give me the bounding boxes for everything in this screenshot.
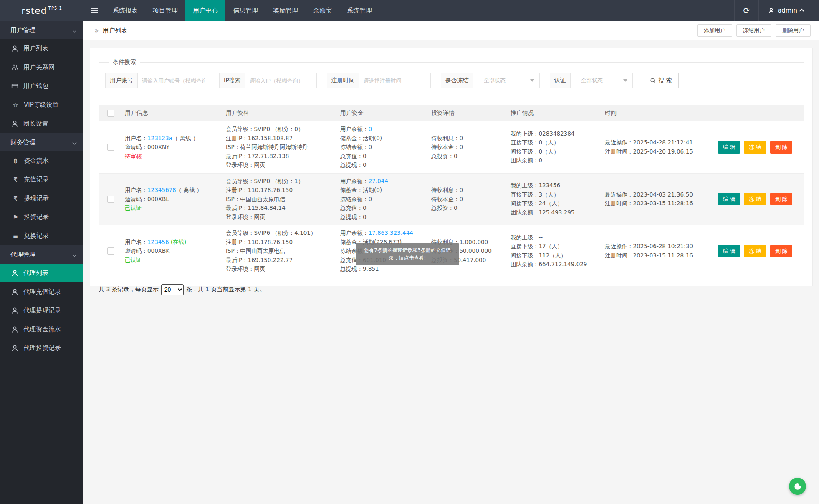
edit-button[interactable]: 编 辑 bbox=[718, 245, 741, 257]
tab-reward-management[interactable]: 奖励管理 bbox=[265, 0, 306, 21]
verify-status: 待审核 bbox=[125, 152, 220, 161]
sidebar-item-agent-list[interactable]: 代理列表 bbox=[0, 264, 83, 282]
baht-icon: ฿ bbox=[11, 157, 20, 165]
freeze-button[interactable]: 冻 结 bbox=[744, 141, 766, 154]
sidebar-item-agent-invest-records[interactable]: 代理投资记录 bbox=[0, 339, 83, 358]
tab-system-report[interactable]: 系统报表 bbox=[105, 0, 145, 21]
sidebar-item-leader-settings[interactable]: 团长设置 bbox=[0, 114, 83, 133]
edit-button[interactable]: 编 辑 bbox=[718, 193, 741, 205]
sidebar-section-user-management[interactable]: 用户管理 bbox=[0, 21, 83, 39]
search-group-auth: 认证 -- 全部状态 -- bbox=[550, 73, 633, 88]
navbar-right: ⟳ admin bbox=[734, 0, 819, 21]
person-icon bbox=[768, 8, 774, 14]
sidebar-item-invest-records[interactable]: ⚑ 投资记录 bbox=[0, 208, 83, 227]
delete-button[interactable]: 删 除 bbox=[770, 193, 793, 205]
sidebar-item-label: 用户列表 bbox=[23, 45, 48, 53]
table-row: 用户名：123123a（ 离线 ） 邀请码：000XNY 待审核 会员等级：SV… bbox=[99, 121, 804, 173]
delete-button[interactable]: 删 除 bbox=[770, 245, 793, 257]
main-content: » 用户列表 添加用户 冻结用户 删除用户 条件搜索 用户账号 IP搜索 注册时… bbox=[83, 21, 819, 504]
delete-button[interactable]: 删 除 bbox=[770, 141, 793, 154]
tab-system-management[interactable]: 系统管理 bbox=[339, 0, 379, 21]
row-checkbox[interactable] bbox=[107, 144, 114, 151]
sidebar-item-label: 用户关系网 bbox=[23, 63, 55, 71]
row-checkbox[interactable] bbox=[107, 247, 114, 255]
sidebar-item-label: 充值记录 bbox=[24, 176, 49, 184]
regtime-label: 注册时间 bbox=[327, 73, 359, 88]
regtime-input[interactable] bbox=[359, 73, 431, 88]
edit-button[interactable]: 编 辑 bbox=[718, 141, 741, 154]
auth-select[interactable]: -- 全部状态 -- bbox=[570, 73, 633, 88]
username-link[interactable]: 123123a bbox=[147, 135, 172, 141]
top-navbar: rsted TP5.1 系统报表 项目管理 用户中心 信息管理 奖励管理 余额宝… bbox=[0, 0, 819, 21]
freeze-button[interactable]: 冻 结 bbox=[744, 193, 766, 205]
header-user-profile: 用户资料 bbox=[223, 109, 338, 117]
search-button[interactable]: 搜 索 bbox=[643, 73, 679, 88]
section-title: 用户管理 bbox=[10, 26, 35, 34]
logo-text: rsted bbox=[21, 5, 47, 16]
user-profile-cell: 会员等级：SVIP0 （积分：0） 注册IP：162.158.108.87 IS… bbox=[223, 121, 338, 173]
tab-info-management[interactable]: 信息管理 bbox=[225, 0, 265, 21]
refresh-icon: ⟳ bbox=[743, 6, 750, 15]
breadcrumb-bar: » 用户列表 添加用户 冻结用户 删除用户 bbox=[83, 21, 819, 40]
sidebar-item-label: 团长设置 bbox=[23, 120, 48, 128]
freeze-user-button[interactable]: 冻结用户 bbox=[736, 24, 771, 37]
sidebar-item-recharge-records[interactable]: ₹ 充值记录 bbox=[0, 170, 83, 189]
sidebar-item-withdraw-records[interactable]: ₹ 提现记录 bbox=[0, 189, 83, 208]
online-status: （ 离线 ） bbox=[176, 186, 202, 193]
row-actions: 编 辑 冻 结 删 除 bbox=[708, 121, 804, 173]
add-user-button[interactable]: 添加用户 bbox=[697, 24, 732, 37]
admin-menu[interactable]: admin bbox=[758, 0, 819, 21]
username-link[interactable]: 12345678 bbox=[147, 186, 176, 193]
page-title: 用户列表 bbox=[102, 27, 127, 35]
sidebar-item-label: 代理列表 bbox=[23, 269, 48, 277]
invite-code: 000XBL bbox=[147, 196, 169, 202]
tab-user-center[interactable]: 用户中心 bbox=[185, 0, 225, 21]
sidebar-item-vip-settings[interactable]: ☆ VIP等级设置 bbox=[0, 96, 83, 114]
balance-link[interactable]: 27.044 bbox=[369, 178, 388, 184]
sidebar-item-agent-recharge-records[interactable]: 代理充值记录 bbox=[0, 282, 83, 301]
balance-link[interactable]: 0 bbox=[369, 126, 372, 132]
search-group-ip: IP搜索 bbox=[219, 73, 317, 88]
user-profile-cell: 会员等级：SVIP6 （积分：4.101） 注册IP：110.178.76.15… bbox=[223, 225, 338, 277]
delete-user-button[interactable]: 删除用户 bbox=[776, 24, 811, 37]
theme-floating-button[interactable] bbox=[789, 478, 806, 495]
sidebar-item-agent-fund-flow[interactable]: 代理资金流水 bbox=[0, 320, 83, 339]
sidebar-section-agent-management[interactable]: 代理管理 bbox=[0, 245, 83, 264]
sidebar-item-agent-withdraw-records[interactable]: 代理提现记录 bbox=[0, 301, 83, 320]
frozen-select[interactable]: -- 全部状态 -- bbox=[473, 73, 540, 88]
table-header: 用户信息 用户资料 用户资金 投资详情 推广情况 时间 bbox=[99, 105, 804, 121]
user-icon bbox=[11, 120, 18, 127]
tab-project-management[interactable]: 项目管理 bbox=[145, 0, 185, 21]
sidebar-section-finance-management[interactable]: 财务管理 bbox=[0, 133, 83, 151]
sidebar-item-label: 用户钱包 bbox=[23, 82, 48, 90]
verify-status: 已认证 bbox=[125, 256, 220, 265]
invite-code: 000XNY bbox=[147, 144, 169, 150]
pagination: 共 3 条记录，每页显示 20 条，共 1 页当前显示第 1 页。 bbox=[99, 284, 804, 295]
page-actions: 添加用户 冻结用户 删除用户 bbox=[697, 24, 811, 37]
promotion-cell: 我的上级：0283482384 直接下级：0（人） 间接下级：0（人） 团队余额… bbox=[508, 121, 602, 173]
sidebar-item-fund-flow[interactable]: ฿ 资金流水 bbox=[0, 151, 83, 170]
user-info-cell: 用户名：123456 (在线) 邀请码：000XBK 已认证 bbox=[122, 225, 223, 277]
account-input[interactable] bbox=[137, 73, 209, 88]
sidebar-item-user-wallet[interactable]: 用户钱包 bbox=[0, 77, 83, 96]
sidebar-item-label: 代理提现记录 bbox=[23, 307, 61, 315]
flag-icon: ⚑ bbox=[11, 214, 20, 221]
select-all-checkbox[interactable] bbox=[107, 110, 114, 117]
sidebar-item-user-relations[interactable]: 用户关系网 bbox=[0, 58, 83, 77]
ip-input[interactable] bbox=[245, 73, 317, 88]
section-title: 代理管理 bbox=[10, 251, 35, 259]
page-size-select[interactable]: 20 bbox=[161, 284, 184, 295]
sidebar-item-exchange-records[interactable]: ≡ 兑换记录 bbox=[0, 227, 83, 245]
row-checkbox[interactable] bbox=[107, 196, 114, 203]
sidebar-item-user-list[interactable]: 用户列表 bbox=[0, 39, 83, 58]
sidebar: 用户管理 用户列表 用户关系网 用户钱包 ☆ VIP等级设置 团长设置 财务管理… bbox=[0, 21, 83, 504]
tab-yuebao[interactable]: 余额宝 bbox=[306, 0, 339, 21]
admin-username: admin bbox=[778, 7, 797, 14]
username-link[interactable]: 123456 bbox=[147, 239, 169, 245]
balance-link[interactable]: 17.863.323.444 bbox=[369, 229, 413, 236]
auth-select-value: -- 全部状态 -- bbox=[576, 77, 609, 84]
user-funds-cell: 用户余额：27.044 储蓄金：活期(0) 冻结余额：0 总充值：0 总提现：0 bbox=[338, 174, 429, 225]
freeze-button[interactable]: 冻 结 bbox=[744, 245, 766, 257]
refresh-button[interactable]: ⟳ bbox=[734, 0, 758, 21]
sidebar-toggle-button[interactable] bbox=[83, 0, 105, 21]
